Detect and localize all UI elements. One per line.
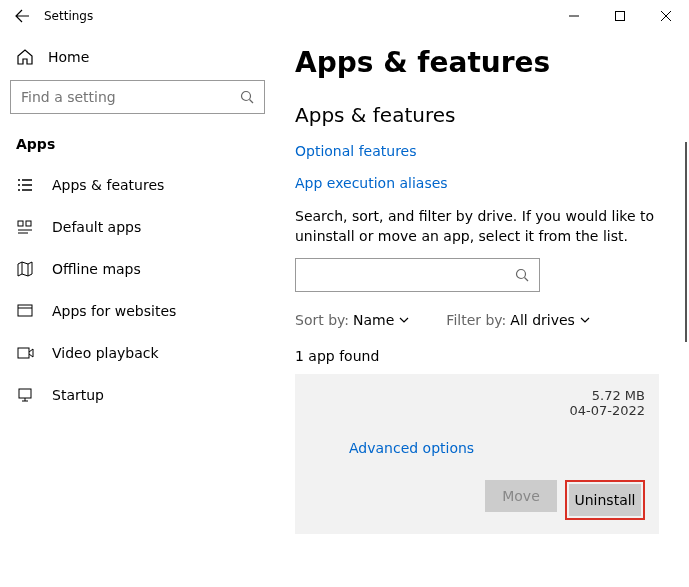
chevron-down-icon [579,314,591,326]
section-title: Apps & features [295,103,659,127]
svg-rect-4 [18,305,32,316]
nav-default-apps[interactable]: Default apps [10,206,265,248]
app-search-input[interactable] [306,267,515,283]
sort-by-dropdown[interactable]: Sort by: Name [295,312,410,328]
back-button[interactable] [12,6,32,26]
settings-search[interactable] [10,80,265,114]
maximize-button[interactable] [597,0,643,32]
app-list-item[interactable]: 5.72 MB 04-07-2022 Advanced options Move… [295,374,659,534]
search-icon [515,268,529,282]
nav-startup[interactable]: Startup [10,374,265,416]
app-size: 5.72 MB [569,388,645,403]
settings-search-input[interactable] [21,89,240,105]
map-icon [16,260,34,278]
scrollbar[interactable] [685,142,687,342]
app-meta: 5.72 MB 04-07-2022 [569,388,645,418]
sort-label: Sort by: [295,312,349,328]
search-icon [240,90,254,104]
nav-apps-features[interactable]: Apps & features [10,164,265,206]
svg-rect-3 [26,221,31,226]
filter-value: All drives [510,312,575,328]
main-content: Apps & features Apps & features Optional… [275,32,689,587]
sort-value: Name [353,312,394,328]
description-text: Search, sort, and filter by drive. If yo… [295,207,659,246]
svg-rect-2 [18,221,23,226]
close-button[interactable] [643,0,689,32]
uninstall-highlight: Uninstall [565,480,645,520]
chevron-down-icon [398,314,410,326]
section-label: Apps [10,132,265,164]
svg-rect-0 [616,12,625,21]
home-icon [16,48,34,66]
svg-point-7 [517,270,526,279]
app-date: 04-07-2022 [569,403,645,418]
svg-rect-5 [18,348,29,358]
list-icon [16,176,34,194]
link-optional-features[interactable]: Optional features [295,143,659,159]
move-button: Move [485,480,557,512]
window-title: Settings [44,9,93,23]
nav-label: Video playback [52,345,159,361]
filter-by-dropdown[interactable]: Filter by: All drives [446,312,591,328]
defaults-icon [16,218,34,236]
maximize-icon [615,11,625,21]
video-icon [16,344,34,362]
minimize-button[interactable] [551,0,597,32]
filter-label: Filter by: [446,312,506,328]
arrow-left-icon [14,8,30,24]
nav-label: Default apps [52,219,141,235]
titlebar: Settings [0,0,689,32]
nav-label: Startup [52,387,104,403]
startup-icon [16,386,34,404]
nav-label: Apps for websites [52,303,176,319]
home-nav[interactable]: Home [10,38,265,80]
nav-offline-maps[interactable]: Offline maps [10,248,265,290]
sidebar: Home Apps Apps & features Default apps O… [0,32,275,587]
apps-found-count: 1 app found [295,348,659,364]
uninstall-button[interactable]: Uninstall [569,484,641,516]
close-icon [661,11,671,21]
svg-rect-6 [19,389,31,398]
nav-label: Offline maps [52,261,141,277]
advanced-options-link[interactable]: Advanced options [349,440,645,456]
svg-point-1 [242,92,251,101]
home-label: Home [48,49,89,65]
app-search[interactable] [295,258,540,292]
nav-video-playback[interactable]: Video playback [10,332,265,374]
minimize-icon [569,11,579,21]
nav-apps-websites[interactable]: Apps for websites [10,290,265,332]
websites-icon [16,302,34,320]
page-title: Apps & features [295,46,659,79]
link-app-execution-aliases[interactable]: App execution aliases [295,175,659,191]
nav-label: Apps & features [52,177,164,193]
